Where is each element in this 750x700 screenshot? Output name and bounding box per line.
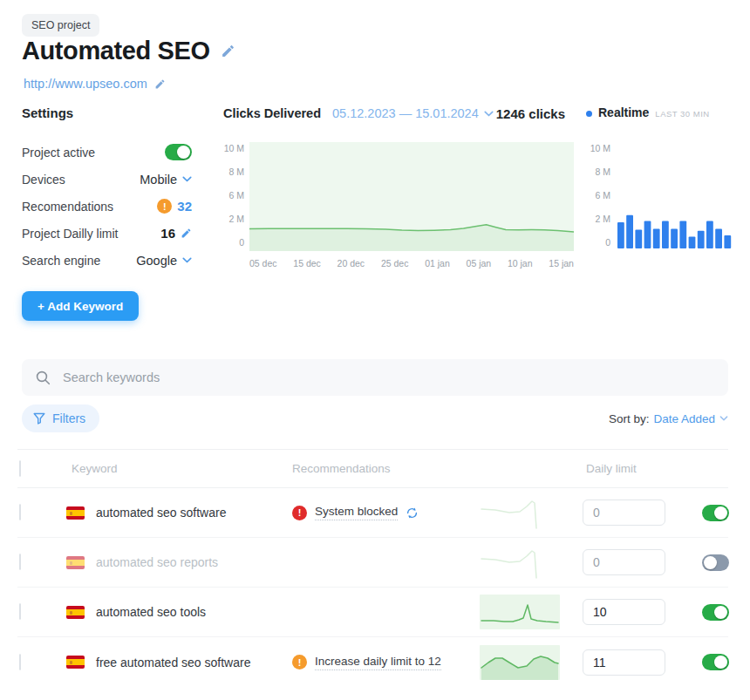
keyword-search-bar[interactable]: [22, 359, 728, 396]
toggle-knob: [714, 506, 727, 520]
keyword-text: automated seo reports: [96, 555, 218, 569]
axis-tick-label: 01 jan: [425, 258, 450, 268]
select-all-checkbox[interactable]: [19, 460, 21, 477]
setting-label: Recomendations: [22, 200, 113, 214]
settings-panel: Settings Project active Devices Mobile R…: [22, 105, 192, 274]
setting-label: Project Dailly limit: [22, 227, 118, 241]
daily-limit-input[interactable]: [583, 599, 665, 625]
col-header-recommendations: Recommendations: [292, 462, 480, 475]
refresh-icon[interactable]: [406, 506, 419, 520]
clicks-delivered-chart: Clicks Delivered 05.12.2023 — 15.01.2024…: [223, 105, 572, 121]
col-header-keyword: Keyword: [49, 462, 292, 475]
keyword-trend-sparkline: [480, 645, 560, 680]
axis-tick-label: 05 dec: [249, 258, 277, 268]
axis-tick-label: 15 dec: [293, 258, 321, 268]
axis-tick-label: 8 M: [595, 167, 610, 177]
add-keyword-button[interactable]: + Add Keyword: [22, 291, 139, 321]
devices-dropdown[interactable]: Mobile: [140, 173, 192, 187]
axis-tick-label: 8 M: [228, 167, 244, 177]
spain-flag-icon: [66, 506, 85, 520]
settings-heading: Settings: [22, 105, 192, 120]
axis-tick-label: 05 jan: [467, 258, 492, 268]
axis-tick-label: 0: [605, 237, 610, 248]
keyword-text: free automated seo software: [96, 656, 250, 669]
row-checkbox[interactable]: [19, 603, 21, 620]
chevron-down-icon: [484, 111, 494, 117]
list-controls-row: Filters Sort by: Date Added: [22, 404, 728, 432]
clicks-area-chart: [249, 142, 574, 251]
axis-tick-label: 2 M: [595, 214, 610, 224]
project-active-toggle[interactable]: [165, 144, 192, 160]
keyword-active-toggle[interactable]: [702, 604, 729, 621]
setting-label: Search engine: [22, 254, 100, 268]
setting-recommendations: Recomendations ! 32: [22, 193, 192, 220]
row-checkbox[interactable]: [19, 654, 21, 670]
toggle-knob: [714, 606, 727, 619]
axis-tick-label: 25 dec: [381, 258, 409, 268]
keyword-trend-sparkline: [480, 495, 560, 530]
table-header-row: Keyword Recommendations Daily limit: [17, 449, 728, 488]
setting-label: Project active: [22, 146, 95, 160]
chevron-down-icon: [182, 176, 192, 182]
axis-tick-label: 2 M: [228, 214, 244, 224]
setting-search-engine: Search engine Google: [22, 247, 192, 274]
keyword-active-toggle[interactable]: [702, 505, 729, 521]
spain-flag-icon: [66, 606, 85, 619]
chevron-down-icon: [182, 257, 192, 263]
search-icon: [36, 370, 51, 385]
sort-dropdown[interactable]: Date Added: [653, 412, 728, 425]
warning-icon: !: [157, 199, 172, 214]
keyword-trend-sparkline: [480, 545, 560, 580]
daily-limit-input[interactable]: [583, 500, 665, 526]
filters-button[interactable]: Filters: [22, 404, 99, 432]
setting-label: Devices: [22, 173, 65, 187]
realtime-subtitle: LAST 30 MIN: [655, 109, 709, 119]
table-row: automated seo software ! System blocked: [17, 488, 728, 538]
daily-limit-input[interactable]: [583, 549, 665, 575]
keyword-trend-sparkline: [480, 595, 560, 629]
search-engine-dropdown[interactable]: Google: [136, 254, 192, 268]
toggle-knob: [714, 656, 727, 669]
warning-icon: !: [292, 655, 307, 669]
keyword-text: automated seo software: [96, 506, 226, 520]
search-input[interactable]: [63, 370, 714, 384]
daily-limit-input[interactable]: [583, 649, 665, 676]
project-url-link[interactable]: http://www.upseo.com: [24, 77, 147, 91]
axis-tick-label: 6 M: [595, 190, 610, 200]
setting-daily-limit: Project Dailly limit 16: [22, 220, 192, 247]
row-checkbox[interactable]: [19, 554, 21, 570]
toggle-knob: [177, 146, 190, 159]
edit-daily-limit-icon[interactable]: [181, 228, 192, 239]
keywords-table: Keyword Recommendations Daily limit auto…: [17, 449, 728, 687]
project-url-row: http://www.upseo.com: [24, 77, 166, 91]
keyword-text: automated seo tools: [96, 605, 206, 619]
edit-url-icon[interactable]: [154, 78, 166, 90]
recommendation-link[interactable]: Increase daily limit to 12: [315, 655, 441, 670]
setting-project-active: Project active: [22, 139, 192, 166]
table-row: automated seo reports: [17, 538, 728, 588]
sort-by-label: Sort by:: [609, 412, 650, 425]
page-title-row: Automated SEO: [22, 37, 235, 65]
spain-flag-icon: [66, 556, 85, 569]
axis-tick-label: 10 M: [590, 143, 610, 153]
realtime-chart: Realtime LAST 30 MIN 10 M8 M6 M2 M0: [586, 105, 733, 121]
axis-tick-label: 0: [239, 237, 244, 248]
recommendation-link[interactable]: System blocked: [315, 505, 398, 520]
chevron-down-icon: [719, 416, 728, 421]
project-type-badge: SEO project: [22, 14, 99, 37]
row-checkbox[interactable]: [19, 504, 21, 520]
table-row: automated seo tools: [17, 588, 728, 637]
date-range-dropdown[interactable]: 05.12.2023 — 15.01.2024: [332, 106, 494, 120]
setting-devices: Devices Mobile: [22, 166, 192, 193]
daily-limit-value: 16: [160, 226, 175, 241]
edit-title-icon[interactable]: [221, 44, 235, 58]
x-axis-labels: 05 dec15 dec20 dec25 dec01 jan05 jan10 j…: [249, 258, 574, 268]
funnel-icon: [33, 412, 45, 425]
error-icon: !: [292, 506, 307, 520]
total-clicks: 1246 clicks: [496, 106, 565, 121]
realtime-bar-chart: [617, 142, 733, 251]
recommendations-count[interactable]: ! 32: [157, 199, 192, 214]
page-title: Automated SEO: [22, 37, 210, 65]
keyword-active-toggle[interactable]: [702, 654, 729, 670]
keyword-active-toggle[interactable]: [702, 554, 729, 571]
